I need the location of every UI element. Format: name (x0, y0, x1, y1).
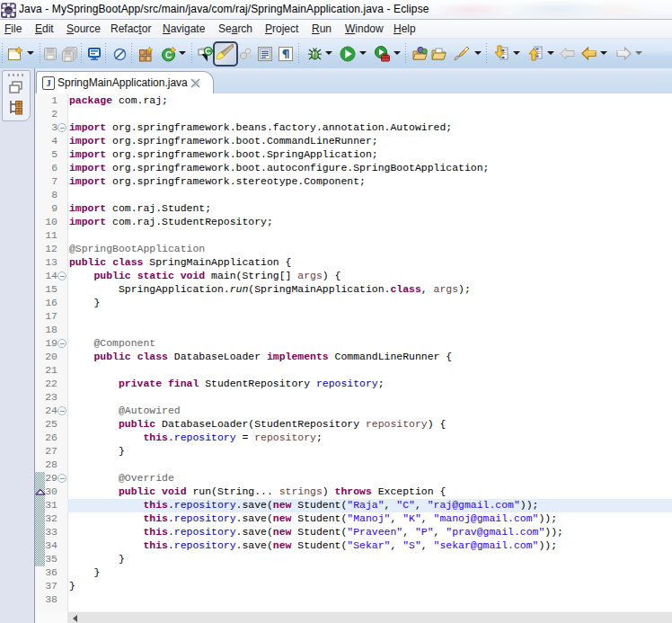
svg-text:C: C (165, 50, 172, 60)
